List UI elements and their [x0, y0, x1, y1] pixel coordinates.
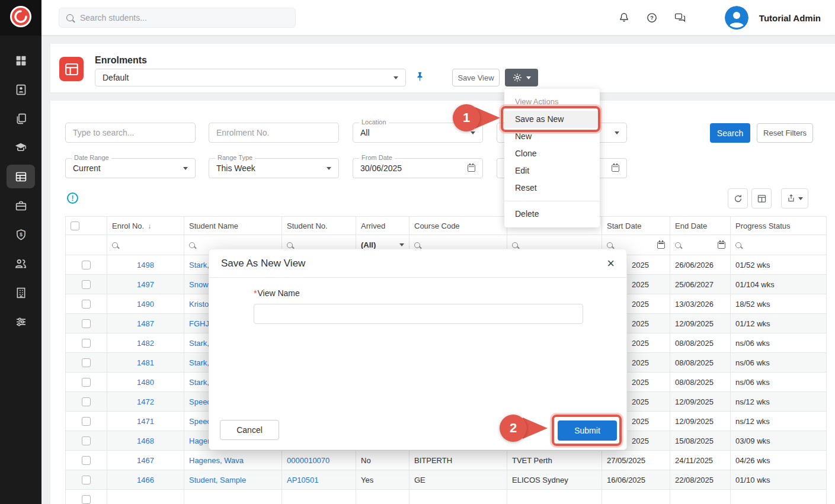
col-header-enrol_no[interactable]: Enrol No.↓ [107, 217, 184, 235]
menu-item-edit[interactable]: Edit [504, 162, 600, 179]
row-checkbox[interactable] [82, 378, 91, 387]
sidebar-item-organisations[interactable] [7, 281, 35, 304]
sidebar-item-settings[interactable] [7, 310, 35, 333]
sidebar-item-contacts[interactable] [7, 78, 35, 101]
enrolment-no-filter[interactable] [209, 123, 339, 143]
chevron-down-icon [399, 243, 404, 246]
calendar-icon[interactable] [468, 165, 475, 172]
student-name-link[interactable]: Kristo [189, 300, 209, 309]
row-checkbox[interactable] [82, 280, 91, 289]
settings-icon [15, 316, 27, 328]
column-chooser-button[interactable] [751, 188, 772, 208]
enrol-no-link[interactable]: 1497 [137, 280, 154, 289]
help-icon[interactable]: ? [646, 12, 658, 24]
info-icon[interactable] [67, 192, 78, 204]
row-checkbox[interactable] [82, 261, 91, 269]
notifications-icon[interactable] [618, 12, 630, 24]
global-search[interactable] [59, 8, 296, 28]
enrol-no-link[interactable]: 1482 [137, 339, 154, 348]
col-header-course_code[interactable]: Course Code [409, 217, 507, 235]
calendar-icon[interactable] [612, 165, 619, 172]
pin-icon[interactable] [415, 71, 424, 85]
student-name-link[interactable]: Stark, [189, 339, 209, 348]
text-search-filter[interactable] [65, 123, 196, 143]
enrol-no-link[interactable]: 1467 [137, 456, 154, 465]
student-name-link[interactable]: Stark, [189, 358, 209, 367]
submit-button[interactable]: Submit [558, 420, 617, 441]
student-name-link[interactable]: Student, Sample [189, 476, 246, 484]
col-header-student_no[interactable]: Student No. [282, 217, 356, 235]
menu-item-delete[interactable]: Delete [504, 206, 600, 223]
student-name-link[interactable]: Hagenes, Wava [189, 456, 244, 465]
col-header-start_date[interactable]: Start Date [602, 217, 670, 235]
col-header-progress_status[interactable]: Progress Status [731, 217, 827, 235]
student-name-link[interactable]: Stark, [189, 378, 209, 387]
messages-icon[interactable] [674, 12, 686, 24]
row-checkbox[interactable] [82, 495, 91, 504]
row-checkbox[interactable] [82, 476, 91, 484]
export-button[interactable] [781, 188, 808, 208]
from-date-filter[interactable]: From Date 30/06/2025 [353, 158, 483, 178]
row-checkbox[interactable] [82, 300, 91, 309]
refresh-button[interactable] [728, 188, 748, 208]
close-icon[interactable] [607, 257, 615, 270]
calendar-icon[interactable] [718, 242, 725, 249]
save-view-button[interactable]: Save View [452, 69, 500, 86]
menu-item-reset[interactable]: Reset [504, 179, 600, 197]
sidebar-item-documents[interactable] [7, 107, 35, 130]
enrol-no-link[interactable]: 1472 [137, 397, 154, 406]
user-name[interactable]: Tutorial Admin [759, 13, 821, 23]
row-checkbox[interactable] [82, 319, 91, 328]
enrol-no-link[interactable]: 1466 [137, 476, 154, 484]
calendar-icon[interactable] [657, 242, 665, 249]
filter-cell-enrol_no[interactable] [107, 235, 184, 255]
menu-item-clone[interactable]: Clone [504, 145, 600, 162]
menu-item-new[interactable]: New [504, 128, 600, 145]
student-no-link[interactable]: AP10501 [287, 476, 319, 484]
agents-icon [14, 257, 27, 270]
student-name-link[interactable]: Stark, [189, 261, 209, 269]
sidebar-item-workplacement[interactable] [7, 194, 35, 217]
filter-cell-progress_status[interactable] [731, 235, 827, 255]
student-name-link[interactable]: Speec [189, 417, 211, 426]
col-header-student_name[interactable]: Student Name [184, 217, 282, 235]
enrol-no-link[interactable]: 1487 [137, 319, 154, 328]
reset-filters-button[interactable]: Reset Filters [757, 123, 813, 143]
student-name-link[interactable]: Snow, [189, 280, 210, 289]
view-actions-button[interactable] [505, 69, 538, 86]
avatar[interactable] [725, 6, 748, 30]
sort-desc-icon[interactable]: ↓ [148, 222, 151, 230]
enrol-no-link[interactable]: 1490 [137, 300, 154, 309]
sidebar-item-dashboard[interactable] [7, 49, 35, 72]
enrol-no-link[interactable]: 1480 [137, 378, 154, 387]
row-checkbox[interactable] [82, 436, 91, 445]
sidebar-item-enrolments[interactable] [7, 165, 35, 188]
student-no-link[interactable]: 0000010070 [287, 456, 329, 465]
view-selector[interactable]: Default [95, 69, 406, 86]
app-logo[interactable] [0, 0, 41, 36]
row-checkbox[interactable] [82, 456, 91, 465]
col-header-arrived[interactable]: Arrived [356, 217, 409, 235]
range-type-filter[interactable]: Range Type This Week [209, 158, 339, 178]
enrol-no-link[interactable]: 1498 [137, 261, 154, 269]
sidebar-item-agents[interactable] [7, 252, 35, 275]
cancel-button[interactable]: Cancel [220, 420, 279, 440]
search-input[interactable] [79, 12, 288, 23]
sidebar-item-finance[interactable]: $ [7, 223, 35, 246]
date-range-filter[interactable]: Date Range Current [65, 158, 196, 178]
menu-item-save-as-new[interactable]: Save as New [504, 111, 600, 128]
col-header-end_date[interactable]: End Date [670, 217, 731, 235]
sidebar-item-courses[interactable] [7, 136, 35, 159]
student-name-link[interactable]: Speec [189, 397, 211, 406]
row-checkbox[interactable] [82, 358, 91, 367]
select-all-checkbox[interactable] [71, 221, 79, 230]
enrol-no-link[interactable]: 1468 [137, 436, 154, 445]
view-name-input[interactable] [254, 304, 583, 324]
search-button[interactable]: Search [710, 123, 750, 143]
filter-cell-end_date[interactable] [670, 235, 731, 255]
row-checkbox[interactable] [82, 417, 91, 426]
enrol-no-link[interactable]: 1471 [137, 417, 154, 426]
row-checkbox[interactable] [82, 397, 91, 406]
row-checkbox[interactable] [82, 339, 91, 348]
enrol-no-link[interactable]: 1481 [137, 358, 154, 367]
